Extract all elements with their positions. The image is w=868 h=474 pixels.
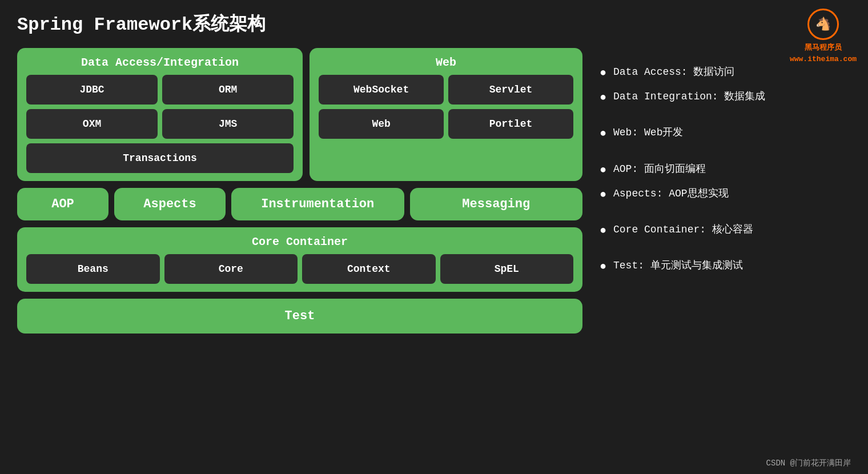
- info-panel: ● Data Access: 数据访问 ● Data Integration: …: [600, 48, 851, 468]
- cell-context: Context: [302, 254, 436, 284]
- core-container-title: Core Container: [26, 235, 573, 248]
- logo-circle: 🐴: [807, 9, 839, 40]
- cell-aop: AOP: [17, 188, 108, 220]
- info-text-1: Data Access: 数据访问: [613, 65, 734, 79]
- info-core-container: ● Core Container: 核心容器: [600, 223, 851, 237]
- cell-servlet: Servlet: [448, 75, 573, 105]
- info-text-5: Aspects: AOP思想实现: [613, 187, 729, 201]
- info-aspects: ● Aspects: AOP思想实现: [600, 187, 851, 201]
- row2: AOP Aspects Instrumentation Messaging: [17, 188, 582, 220]
- data-access-title: Data Access/Integration: [26, 56, 294, 69]
- bullet-4: ●: [600, 163, 606, 176]
- cell-instrumentation: Instrumentation: [231, 188, 404, 220]
- logo-icon: 🐴: [815, 17, 831, 32]
- info-text-6: Core Container: 核心容器: [613, 223, 753, 237]
- bullet-6: ●: [600, 224, 606, 237]
- info-text-4: AOP: 面向切面编程: [613, 162, 706, 176]
- cell-jdbc: JDBC: [26, 75, 158, 105]
- info-test: ● Test: 单元测试与集成测试: [600, 259, 851, 273]
- cell-spel: SpEL: [440, 254, 574, 284]
- content-area: Data Access/Integration JDBC ORM OXM JMS…: [17, 48, 851, 468]
- cell-orm: ORM: [162, 75, 294, 105]
- bullet-7: ●: [600, 260, 606, 273]
- footer-text: CSDN @门前花开满田岸: [766, 458, 851, 468]
- test-label: Test: [285, 309, 315, 323]
- cell-jms: JMS: [162, 109, 294, 139]
- data-access-box: Data Access/Integration JDBC ORM OXM JMS…: [17, 48, 303, 181]
- row1: Data Access/Integration JDBC ORM OXM JMS…: [17, 48, 582, 181]
- cell-portlet: Portlet: [448, 109, 573, 139]
- web-box: Web WebSocket Servlet Web Portlet: [310, 48, 582, 181]
- info-text-7: Test: 单元测试与集成测试: [613, 259, 743, 273]
- bullet-3: ●: [600, 127, 606, 140]
- cell-transactions: Transactions: [26, 143, 294, 173]
- web-grid: WebSocket Servlet Web Portlet: [319, 75, 573, 139]
- data-access-grid: JDBC ORM OXM JMS Transactions: [26, 75, 294, 173]
- info-data-access: ● Data Access: 数据访问: [600, 65, 851, 79]
- info-text-3: Web: Web开发: [613, 126, 683, 140]
- info-text-2: Data Integration: 数据集成: [613, 90, 765, 104]
- cell-oxm: OXM: [26, 109, 158, 139]
- cell-messaging: Messaging: [410, 188, 583, 220]
- logo-area: 🐴 黑马程序员 www.itheima.com: [790, 9, 857, 63]
- web-title: Web: [319, 56, 573, 69]
- info-aop: ● AOP: 面向切面编程: [600, 162, 851, 176]
- core-container-box: Core Container Beans Core Context SpEL: [17, 227, 582, 292]
- cell-core: Core: [164, 254, 298, 284]
- page: 🐴 黑马程序员 www.itheima.com Spring Framework…: [0, 0, 868, 474]
- cell-beans: Beans: [26, 254, 160, 284]
- page-title: Spring Framework系统架构: [17, 11, 851, 37]
- logo-brand: 黑马程序员: [805, 42, 842, 53]
- info-data-integration: ● Data Integration: 数据集成: [600, 90, 851, 104]
- bullet-1: ●: [600, 66, 606, 79]
- logo-url: www.itheima.com: [790, 55, 857, 63]
- core-grid: Beans Core Context SpEL: [26, 254, 573, 284]
- bullet-5: ●: [600, 188, 606, 201]
- cell-web: Web: [319, 109, 444, 139]
- test-box: Test: [17, 299, 582, 334]
- cell-websocket: WebSocket: [319, 75, 444, 105]
- info-web: ● Web: Web开发: [600, 126, 851, 140]
- diagram-area: Data Access/Integration JDBC ORM OXM JMS…: [17, 48, 582, 468]
- bullet-2: ●: [600, 91, 606, 104]
- cell-aspects: Aspects: [114, 188, 226, 220]
